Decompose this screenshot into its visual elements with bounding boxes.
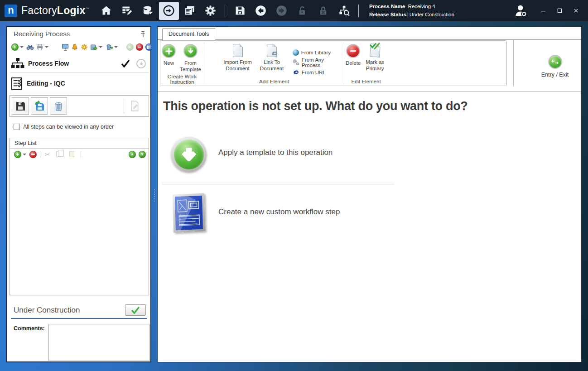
copy-icon <box>56 151 61 157</box>
copy-step-button[interactable] <box>55 150 63 158</box>
order-checkbox-row: All steps can be viewed in any order <box>14 124 114 130</box>
save-button[interactable] <box>230 2 250 20</box>
group-create-work-instruction: New From Template Create Work Instructio… <box>160 41 204 86</box>
collapse-down-button[interactable] <box>136 59 146 68</box>
settings-button[interactable] <box>201 2 221 20</box>
add-button[interactable]: + <box>11 43 19 51</box>
url-link-icon <box>293 69 299 76</box>
redo-button[interactable] <box>272 2 292 20</box>
export-folder-icon <box>90 43 97 51</box>
custom-workflow-option-icon[interactable] <box>173 193 205 232</box>
group-label-add: Add Element <box>204 78 344 86</box>
save-as-button[interactable] <box>31 97 48 115</box>
add-dropdown-caret[interactable] <box>20 46 24 48</box>
checklist-icon <box>11 77 23 90</box>
process-info: Process Name Receiving 4 Release Status:… <box>369 3 454 19</box>
data-edit-button[interactable] <box>117 2 137 20</box>
group-label-create: Create Work Instruction <box>160 73 204 86</box>
minimize-button[interactable] <box>537 6 549 16</box>
delete-element-button[interactable]: Delete <box>344 44 362 78</box>
step-list-panel: Step List + ✂ ▲ ▼ <box>10 138 149 295</box>
maximize-button[interactable] <box>554 6 565 16</box>
move-step-up-button[interactable]: ▲ <box>129 151 136 158</box>
from-url-label: From URL <box>302 70 326 75</box>
recycle-dropdown-caret[interactable] <box>114 46 118 48</box>
scissors-icon: ✂ <box>45 151 50 158</box>
release-status-row: Under Construction <box>14 304 146 316</box>
close-button[interactable] <box>570 6 582 16</box>
step-list-body[interactable] <box>10 160 149 295</box>
tab-document-tools[interactable]: Document Tools <box>162 28 215 40</box>
entry-exit-button[interactable]: Entry / Exit <box>530 55 580 78</box>
brand-trademark: ™ <box>86 7 89 11</box>
move-step-down-button[interactable]: ▼ <box>139 151 146 158</box>
start-button[interactable]: ▶ <box>126 43 134 51</box>
entry-exit-icon <box>548 55 562 69</box>
lock-discard-button[interactable] <box>313 2 333 20</box>
process-name-value: Receiving 4 <box>408 4 435 9</box>
documents-button[interactable] <box>180 2 200 20</box>
paste-step-button[interactable] <box>68 150 76 158</box>
print-dropdown-caret[interactable] <box>45 46 48 48</box>
gear-button[interactable] <box>80 43 88 51</box>
blueprint-icon <box>175 196 203 231</box>
green-plus-icon <box>162 44 176 58</box>
unlock-button[interactable] <box>293 2 313 20</box>
window-controls <box>537 6 582 16</box>
comments-textarea[interactable] <box>48 324 149 361</box>
pin-icon[interactable] <box>139 31 146 38</box>
floppy-icon <box>15 101 26 111</box>
gold-gear-icon <box>81 43 88 51</box>
group-edit-element: Delete Mark as Primary Edit Element <box>344 41 388 86</box>
custom-workflow-option-label[interactable]: Create a new custom workflow step <box>218 207 340 217</box>
add-step-button[interactable]: + <box>14 150 21 158</box>
panel-splitter[interactable] <box>154 189 155 202</box>
delete-doc-button[interactable] <box>50 97 67 115</box>
apply-template-option-icon[interactable] <box>171 137 207 172</box>
audit-trail-button[interactable] <box>334 2 354 20</box>
publish-dropdown-caret[interactable] <box>99 46 102 48</box>
preview-button[interactable] <box>61 43 69 51</box>
order-checkbox[interactable] <box>14 124 20 130</box>
save-doc-button[interactable] <box>12 97 29 115</box>
find-button[interactable] <box>26 43 34 51</box>
pause-button[interactable] <box>145 43 153 51</box>
user-logout-button[interactable] <box>511 2 531 20</box>
from-template-button[interactable]: From Template <box>177 44 204 73</box>
titlebar-separator <box>358 5 359 17</box>
data-import-button[interactable] <box>138 2 158 20</box>
process-name-label: Process Name <box>369 4 405 9</box>
mark-as-primary-button[interactable]: Mark as Primary <box>362 44 388 78</box>
from-url-button[interactable]: From URL <box>293 68 344 77</box>
import-from-document-button[interactable]: Import From Document <box>221 44 255 78</box>
stop-button[interactable] <box>135 43 143 51</box>
receiving-process-panel: Receiving Process + ▶ Process Flow Editi… <box>6 26 151 362</box>
approve-status-button[interactable] <box>125 304 146 316</box>
cut-step-button[interactable]: ✂ <box>43 150 51 158</box>
remove-step-button[interactable] <box>29 150 37 158</box>
undo-button[interactable] <box>251 2 271 20</box>
publish-button[interactable] <box>90 43 97 51</box>
floppy-save-icon <box>234 5 246 17</box>
titlebar-separator <box>225 5 225 17</box>
home-button[interactable] <box>96 2 116 20</box>
start-circle-icon: ▶ <box>126 43 134 51</box>
process-transfer-button[interactable] <box>159 2 179 20</box>
ribbon-tabstrip: Document Tools <box>158 27 581 40</box>
recycle-button[interactable] <box>105 43 113 51</box>
new-work-instruction-button[interactable]: New <box>160 44 177 73</box>
from-library-button[interactable]: From Library <box>293 48 344 57</box>
forward-arrow-icon <box>275 5 288 17</box>
edit-doc-button[interactable] <box>129 100 140 112</box>
process-flow-row[interactable]: Process Flow <box>11 55 148 72</box>
mark-as-primary-label: Mark as Primary <box>363 59 386 72</box>
add-plus-icon: + <box>11 43 19 51</box>
add-step-caret[interactable] <box>23 154 26 155</box>
apply-template-option-label[interactable]: Apply a template to this operation <box>218 148 333 157</box>
bell-button[interactable] <box>71 43 78 51</box>
print-button[interactable] <box>36 43 43 51</box>
unlock-icon <box>296 5 308 17</box>
link-to-document-button[interactable]: Link To Document <box>255 44 289 78</box>
add-step-plus-icon: + <box>14 151 21 158</box>
from-any-process-button[interactable]: From Any Process <box>293 58 344 67</box>
